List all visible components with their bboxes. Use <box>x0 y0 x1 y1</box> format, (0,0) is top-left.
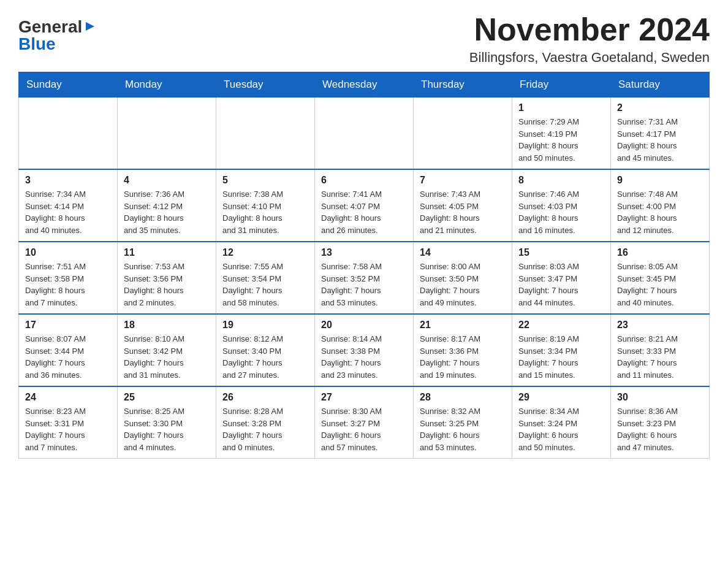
calendar-cell: 3Sunrise: 7:34 AM Sunset: 4:14 PM Daylig… <box>19 169 118 242</box>
calendar-cell: 13Sunrise: 7:58 AM Sunset: 3:52 PM Dayli… <box>315 242 414 314</box>
day-info: Sunrise: 8:12 AM Sunset: 3:40 PM Dayligh… <box>222 333 308 381</box>
calendar-cell <box>216 98 315 170</box>
calendar-cell: 21Sunrise: 8:17 AM Sunset: 3:36 PM Dayli… <box>414 314 512 386</box>
day-number: 11 <box>124 247 210 258</box>
day-number: 14 <box>420 247 506 258</box>
day-number: 20 <box>321 320 407 331</box>
day-number: 27 <box>321 392 407 403</box>
day-number: 30 <box>617 392 703 403</box>
calendar-cell: 28Sunrise: 8:32 AM Sunset: 3:25 PM Dayli… <box>414 386 512 459</box>
day-info: Sunrise: 7:43 AM Sunset: 4:05 PM Dayligh… <box>420 188 506 236</box>
calendar-cell: 26Sunrise: 8:28 AM Sunset: 3:28 PM Dayli… <box>216 386 315 459</box>
calendar-cell: 24Sunrise: 8:23 AM Sunset: 3:31 PM Dayli… <box>19 386 118 459</box>
day-info: Sunrise: 7:29 AM Sunset: 4:19 PM Dayligh… <box>518 116 604 164</box>
calendar-cell <box>315 98 414 170</box>
calendar-cell: 16Sunrise: 8:05 AM Sunset: 3:45 PM Dayli… <box>611 242 710 314</box>
day-number: 24 <box>25 392 111 403</box>
calendar-cell: 12Sunrise: 7:55 AM Sunset: 3:54 PM Dayli… <box>216 242 315 314</box>
logo-arrow-icon <box>83 20 97 33</box>
day-info: Sunrise: 8:19 AM Sunset: 3:34 PM Dayligh… <box>518 333 604 381</box>
calendar-cell: 23Sunrise: 8:21 AM Sunset: 3:33 PM Dayli… <box>611 314 710 386</box>
calendar-cell: 1Sunrise: 7:29 AM Sunset: 4:19 PM Daylig… <box>512 98 611 170</box>
column-header-saturday: Saturday <box>611 72 710 98</box>
day-info: Sunrise: 8:03 AM Sunset: 3:47 PM Dayligh… <box>518 261 604 308</box>
day-number: 7 <box>420 175 506 186</box>
page-header: General Blue November 2024 Billingsfors,… <box>18 12 710 66</box>
column-header-monday: Monday <box>118 72 216 98</box>
column-header-sunday: Sunday <box>19 72 118 98</box>
day-number: 22 <box>518 320 604 331</box>
day-info: Sunrise: 7:48 AM Sunset: 4:00 PM Dayligh… <box>617 188 703 236</box>
day-number: 28 <box>420 392 506 403</box>
calendar-cell: 19Sunrise: 8:12 AM Sunset: 3:40 PM Dayli… <box>216 314 315 386</box>
calendar-week-row: 3Sunrise: 7:34 AM Sunset: 4:14 PM Daylig… <box>19 169 710 242</box>
calendar-cell: 4Sunrise: 7:36 AM Sunset: 4:12 PM Daylig… <box>118 169 216 242</box>
calendar-cell: 14Sunrise: 8:00 AM Sunset: 3:50 PM Dayli… <box>414 242 512 314</box>
calendar-week-row: 17Sunrise: 8:07 AM Sunset: 3:44 PM Dayli… <box>19 314 710 386</box>
column-header-tuesday: Tuesday <box>216 72 315 98</box>
title-section: November 2024 Billingsfors, Vaestra Goet… <box>469 12 710 66</box>
day-info: Sunrise: 7:31 AM Sunset: 4:17 PM Dayligh… <box>617 116 703 164</box>
calendar-week-row: 1Sunrise: 7:29 AM Sunset: 4:19 PM Daylig… <box>19 98 710 170</box>
logo-blue: Blue <box>18 36 56 53</box>
day-info: Sunrise: 8:23 AM Sunset: 3:31 PM Dayligh… <box>25 405 111 453</box>
day-number: 23 <box>617 320 703 331</box>
day-info: Sunrise: 8:36 AM Sunset: 3:23 PM Dayligh… <box>617 405 703 453</box>
calendar-cell: 29Sunrise: 8:34 AM Sunset: 3:24 PM Dayli… <box>512 386 611 459</box>
svg-marker-0 <box>86 22 94 31</box>
calendar-header-row: SundayMondayTuesdayWednesdayThursdayFrid… <box>19 72 710 98</box>
day-info: Sunrise: 8:28 AM Sunset: 3:28 PM Dayligh… <box>222 405 308 453</box>
day-info: Sunrise: 7:36 AM Sunset: 4:12 PM Dayligh… <box>124 188 210 236</box>
day-number: 9 <box>617 175 703 186</box>
day-number: 17 <box>25 320 111 331</box>
day-number: 2 <box>617 102 703 113</box>
day-info: Sunrise: 7:38 AM Sunset: 4:10 PM Dayligh… <box>222 188 308 236</box>
day-number: 8 <box>518 175 604 186</box>
calendar-cell <box>414 98 512 170</box>
calendar-cell: 11Sunrise: 7:53 AM Sunset: 3:56 PM Dayli… <box>118 242 216 314</box>
day-info: Sunrise: 8:30 AM Sunset: 3:27 PM Dayligh… <box>321 405 407 453</box>
calendar-cell: 2Sunrise: 7:31 AM Sunset: 4:17 PM Daylig… <box>611 98 710 170</box>
day-number: 18 <box>124 320 210 331</box>
logo: General Blue <box>18 12 97 53</box>
day-info: Sunrise: 8:25 AM Sunset: 3:30 PM Dayligh… <box>124 405 210 453</box>
day-number: 10 <box>25 247 111 258</box>
day-info: Sunrise: 8:10 AM Sunset: 3:42 PM Dayligh… <box>124 333 210 381</box>
calendar-cell: 22Sunrise: 8:19 AM Sunset: 3:34 PM Dayli… <box>512 314 611 386</box>
day-number: 13 <box>321 247 407 258</box>
day-info: Sunrise: 7:53 AM Sunset: 3:56 PM Dayligh… <box>124 261 210 308</box>
day-info: Sunrise: 8:34 AM Sunset: 3:24 PM Dayligh… <box>518 405 604 453</box>
calendar-cell: 15Sunrise: 8:03 AM Sunset: 3:47 PM Dayli… <box>512 242 611 314</box>
calendar-cell: 7Sunrise: 7:43 AM Sunset: 4:05 PM Daylig… <box>414 169 512 242</box>
calendar-cell: 6Sunrise: 7:41 AM Sunset: 4:07 PM Daylig… <box>315 169 414 242</box>
day-number: 26 <box>222 392 308 403</box>
column-header-friday: Friday <box>512 72 611 98</box>
calendar-cell <box>118 98 216 170</box>
day-info: Sunrise: 8:14 AM Sunset: 3:38 PM Dayligh… <box>321 333 407 381</box>
day-number: 1 <box>518 102 604 113</box>
calendar-cell: 25Sunrise: 8:25 AM Sunset: 3:30 PM Dayli… <box>118 386 216 459</box>
calendar-table: SundayMondayTuesdayWednesdayThursdayFrid… <box>18 72 710 459</box>
calendar-cell: 8Sunrise: 7:46 AM Sunset: 4:03 PM Daylig… <box>512 169 611 242</box>
month-title: November 2024 <box>469 12 710 47</box>
location-title: Billingsfors, Vaestra Goetaland, Sweden <box>469 50 710 66</box>
day-info: Sunrise: 7:46 AM Sunset: 4:03 PM Dayligh… <box>518 188 604 236</box>
day-info: Sunrise: 7:41 AM Sunset: 4:07 PM Dayligh… <box>321 188 407 236</box>
day-info: Sunrise: 7:55 AM Sunset: 3:54 PM Dayligh… <box>222 261 308 308</box>
day-number: 4 <box>124 175 210 186</box>
day-number: 29 <box>518 392 604 403</box>
day-number: 19 <box>222 320 308 331</box>
day-number: 25 <box>124 392 210 403</box>
day-number: 15 <box>518 247 604 258</box>
day-info: Sunrise: 8:05 AM Sunset: 3:45 PM Dayligh… <box>617 261 703 308</box>
day-number: 6 <box>321 175 407 186</box>
calendar-cell: 10Sunrise: 7:51 AM Sunset: 3:58 PM Dayli… <box>19 242 118 314</box>
column-header-thursday: Thursday <box>414 72 512 98</box>
calendar-cell: 27Sunrise: 8:30 AM Sunset: 3:27 PM Dayli… <box>315 386 414 459</box>
column-header-wednesday: Wednesday <box>315 72 414 98</box>
calendar-cell: 17Sunrise: 8:07 AM Sunset: 3:44 PM Dayli… <box>19 314 118 386</box>
calendar-cell: 18Sunrise: 8:10 AM Sunset: 3:42 PM Dayli… <box>118 314 216 386</box>
day-info: Sunrise: 7:51 AM Sunset: 3:58 PM Dayligh… <box>25 261 111 308</box>
day-number: 16 <box>617 247 703 258</box>
logo-general: General <box>18 18 82 36</box>
